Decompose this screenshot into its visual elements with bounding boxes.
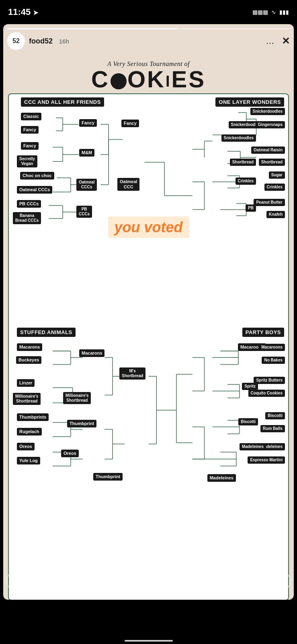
bracket-label-oatmeal-ccc-r3: OatmealCCC (117, 178, 139, 191)
bracket-label-espresso-martini: Espresso Martini (248, 456, 285, 464)
signal-icon: ▩▩▩ (252, 9, 268, 15)
send-icon: ➤ (277, 576, 284, 586)
bracket-label-banana-bread: BananaBread CCCs (13, 212, 41, 224)
story-header: 52 food52 16h … ✕ (7, 32, 290, 50)
bracket-label-coquito-cookies: Coquito Cookies (248, 389, 285, 397)
title-area: A Very Serious Tournament of COKiES (7, 56, 290, 93)
bracket-label-peanut-butter: Peanut Butter (254, 198, 285, 206)
bracket-container: CCC AND ALL HER FRIENDS ONE LAYER WONDER… (8, 93, 289, 600)
bracket-label-spritz-butters: Spritz Butters (254, 376, 285, 384)
message-input[interactable]: Send Message (6, 570, 266, 592)
bracket-label-macarons-1: Macarons (17, 343, 42, 351)
story-username: food52 (29, 37, 53, 45)
bracket-label-secretly-vegan: SecretlyVegan (17, 155, 37, 167)
section-header-left-bottom: STUFFED ANIMALS (17, 328, 76, 337)
status-time: 11:45 ➤ (8, 7, 38, 17)
bracket-label-yule-log: Yule Log (17, 456, 40, 464)
bracket-label-thumbprint-r3: Thumbprint (93, 473, 123, 481)
home-indicator (125, 640, 173, 642)
bracket-label-oreos-r2: Oreos (61, 449, 79, 457)
bracket-label-thumbprints: Thumbprints (17, 413, 49, 421)
bracket-label-millionaires-shortbread-r1: Millionaire'sShortbread (63, 392, 91, 404)
close-icon[interactable]: ✕ (282, 35, 290, 47)
avatar: 52 (7, 32, 25, 50)
section-header-left-top: CCC AND ALL HER FRIENDS (21, 97, 104, 107)
bracket-label-rum-balls: Rum Balls (260, 424, 285, 432)
bracket-label-pb-r2: PB (246, 204, 256, 212)
bracket-label-pb-cccs-r2: PBCCCs (76, 206, 92, 218)
you-voted: you voted (108, 219, 189, 236)
bracket-label-shortbread-1: Shortbread (230, 158, 256, 166)
story-time: 16h (59, 38, 69, 45)
bracket-label-oatmeal-ccc-r2: OatmealCCCs (76, 179, 97, 191)
status-icons: ▩▩▩ ∿ ▮▮▮ (252, 9, 289, 15)
bracket-label-linzer: Linzer (17, 379, 35, 387)
bracket-label-sugar: Sugar (269, 171, 285, 179)
status-bar: 11:45 ➤ ▩▩▩ ∿ ▮▮▮ (0, 0, 297, 24)
send-button[interactable]: ➤ (270, 571, 291, 592)
bracket-label-shortbread-r2: Shortbread (259, 158, 285, 166)
bracket-label-fancy-r2: Fancy (79, 119, 97, 127)
bracket-label-thumbprint-r2: Thumbprint (67, 419, 96, 427)
bracket-label-oatmeal-cccs-1: Oatmeal CCCs (17, 186, 52, 194)
bracket-label-fancy-1: Fancy (21, 126, 39, 134)
story-container: 52 food52 16h … ✕ A Very Serious Tournam… (3, 24, 294, 600)
bracket-label-millionaires-shortbread-1: Millionaire'sShortbread (13, 393, 41, 405)
bracket-label-fancy-r3: Fancy (121, 119, 139, 127)
more-options-icon[interactable]: … (266, 36, 275, 46)
bracket-label-macarons-r2: Macarons (79, 349, 104, 357)
bracket-label-oatmeal-raisin: Oatmeal Raisin (251, 146, 285, 154)
bottom-bar: Send Message ➤ (6, 570, 291, 592)
bracket-label-mm-r2: M&M (79, 149, 94, 157)
wifi-icon: ∿ (271, 9, 276, 15)
bracket-label-mm-1: Fancy (21, 142, 39, 150)
bracket-label-rugelach: Rugelach (17, 427, 42, 436)
bracket-label-no-bakes: No Bakes (262, 356, 285, 364)
bracket-label-pb-cccs-1: PB CCCs (17, 200, 41, 208)
bracket-label-madeleines-r3: Madeleines (207, 474, 236, 482)
bracket-label-gingersnaps: Gingersnaps (256, 120, 285, 128)
bracket-label-ms-shortbread: M'sShortbread (119, 367, 145, 380)
battery-icon: ▮▮▮ (279, 9, 289, 15)
progress-fill (7, 28, 177, 29)
bracket-label-knafeh: Knafeh (266, 210, 285, 218)
main-content: A Very Serious Tournament of COKiES (7, 56, 290, 596)
bracket-label-snickerdoodles-1a: Snickerdoodles (250, 107, 285, 115)
bracket-label-buckeyes: Buckeyes (16, 356, 41, 364)
story-header-actions: … ✕ (266, 35, 290, 47)
bracket-label-crinkles-r2: Crinkles (264, 183, 285, 191)
bracket-label-oreos-1: Oreos (17, 442, 35, 450)
progress-bar (7, 28, 290, 29)
bracket-label-madeleines-r2: Madeleines (240, 442, 266, 450)
bracket-label-choc-on-choc: Choc on choc (20, 171, 54, 180)
main-title: COKiES (7, 68, 290, 91)
title-text: C (91, 66, 110, 92)
bracket-label-biscotti-r2: Biscotti (238, 417, 258, 425)
bracket-label-snickerdoodles-r2: Snickerdoodles (221, 134, 256, 142)
section-header-right-top: ONE LAYER WONDERS (215, 97, 284, 107)
bracket-label-macaroons-r1b: Macaroons (259, 343, 285, 351)
bracket-label-crinkles-1: Crinkles (236, 177, 256, 185)
bracket-label-biscotti-1: Biscotti (265, 411, 285, 419)
message-placeholder: Send Message (15, 577, 63, 585)
section-header-right-bottom: PARTY BOYS (242, 328, 284, 337)
bracket-label-classic: Classic (21, 112, 41, 120)
